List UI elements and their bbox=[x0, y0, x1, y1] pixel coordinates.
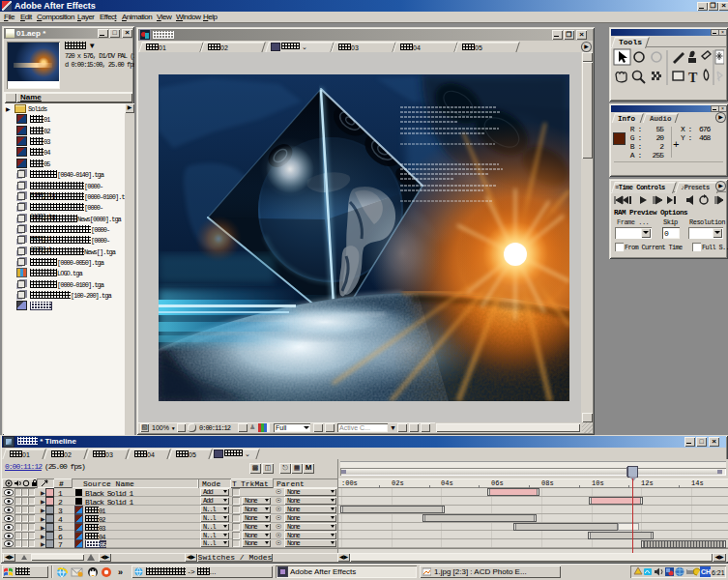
svg-text:T: T bbox=[688, 71, 698, 85]
svg-text:»: » bbox=[118, 567, 123, 577]
